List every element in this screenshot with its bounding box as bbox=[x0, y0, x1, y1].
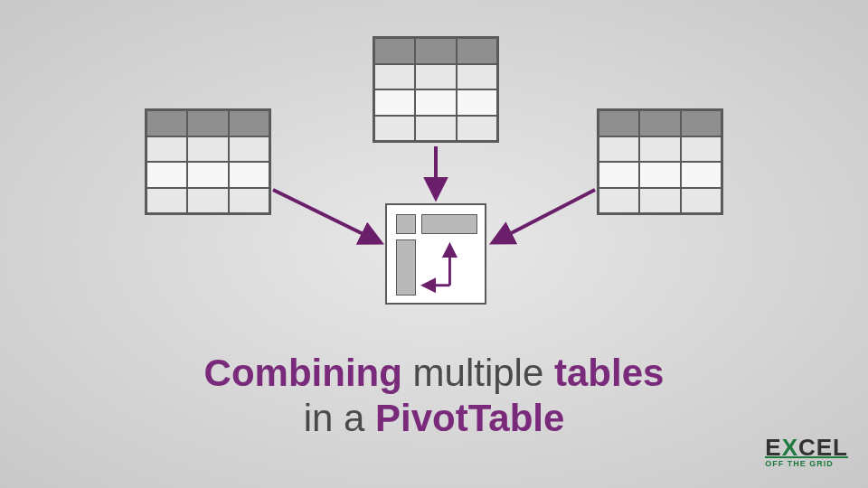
heading-word-tables: tables bbox=[554, 352, 664, 394]
svg-line-2 bbox=[494, 190, 595, 242]
pivot-inner-arrows-icon bbox=[387, 205, 485, 303]
slide-heading: Combining multiple tables in a PivotTabl… bbox=[0, 351, 868, 442]
source-table-left bbox=[145, 108, 271, 215]
logo-letter-e: E bbox=[765, 434, 781, 461]
excel-off-the-grid-logo: EXCEL OFF THE GRID bbox=[765, 437, 848, 468]
logo-letter-x: X bbox=[782, 434, 798, 461]
source-table-center bbox=[373, 36, 499, 143]
pivot-table-icon bbox=[385, 203, 486, 305]
source-table-right bbox=[597, 108, 723, 215]
logo-brand: EXCEL bbox=[765, 437, 848, 458]
logo-letters-cel: CEL bbox=[798, 434, 848, 461]
heading-word-combining: Combining bbox=[204, 352, 402, 394]
heading-word-pivottable: PivotTable bbox=[375, 397, 564, 439]
heading-word-in-a: in a bbox=[304, 397, 365, 439]
slide-canvas: Combining multiple tables in a PivotTabl… bbox=[0, 0, 868, 488]
svg-line-0 bbox=[273, 190, 380, 242]
heading-word-multiple: multiple bbox=[413, 352, 544, 394]
